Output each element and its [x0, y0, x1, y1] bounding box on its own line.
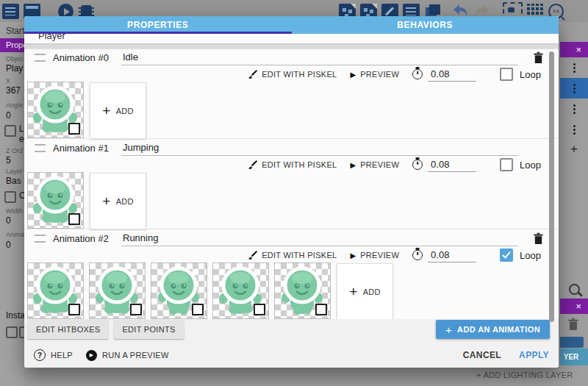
instance-icon[interactable] — [19, 326, 24, 338]
sprite-frame[interactable] — [90, 263, 145, 318]
help-button[interactable]: HELP — [51, 351, 73, 360]
animation-title: Animation #1 — [53, 143, 121, 154]
timer-icon — [412, 69, 423, 79]
add-frame-button[interactable]: + ADD — [90, 82, 146, 139]
frame-checkbox[interactable] — [130, 304, 142, 315]
cancel-button[interactable]: CANCEL — [463, 350, 501, 360]
project-manager-icon[interactable] — [2, 4, 19, 19]
search-icon[interactable] — [569, 284, 580, 295]
object-editor-dialog: PROPERTIES BEHAVIORS Player Animation #0… — [24, 16, 559, 368]
brush-icon — [247, 69, 257, 79]
instances-label: Instan — [6, 310, 24, 321]
tab-behaviors[interactable]: BEHAVIORS — [292, 16, 559, 34]
add-animation-button[interactable]: + ADD AN ANIMATION — [436, 320, 550, 339]
field-value[interactable]: 5 — [6, 155, 11, 165]
delete-animation-icon[interactable] — [533, 51, 544, 64]
add-layer-button[interactable]: YER — [560, 349, 588, 365]
field-label: X — [6, 77, 10, 85]
edit-hitboxes-button[interactable]: EDIT HITBOXES — [28, 320, 108, 339]
layer-action-button[interactable] — [560, 337, 584, 348]
frame-checkbox[interactable] — [68, 123, 80, 135]
layer-row[interactable] — [560, 57, 588, 78]
animation-name-input[interactable]: Jumping — [121, 140, 518, 156]
add-frame-button[interactable]: + ADD — [90, 173, 146, 229]
field-value[interactable]: Play — [6, 63, 23, 74]
frame-duration-input[interactable]: 0.08 — [428, 68, 476, 82]
drag-handle-icon[interactable] — [35, 144, 46, 152]
loop-checkbox[interactable] — [500, 158, 513, 171]
field-label: Anima — [6, 231, 24, 238]
sprite-frame[interactable] — [213, 263, 268, 318]
frame-duration-input[interactable]: 0.08 — [428, 249, 476, 262]
loop-label: Loop — [520, 160, 541, 171]
frame-duration-input[interactable]: 0.08 — [428, 158, 476, 172]
timer-icon — [412, 250, 423, 260]
frame-checkbox[interactable] — [68, 213, 80, 225]
frame-checkbox[interactable] — [254, 304, 265, 315]
object-name-row: Player — [24, 34, 559, 43]
drag-dots-icon — [573, 84, 576, 86]
close-icon[interactable]: × — [576, 44, 581, 55]
timer-icon — [412, 160, 423, 170]
edit-points-button[interactable]: EDIT POINTS — [114, 320, 183, 339]
field-value[interactable]: 0 — [6, 215, 11, 226]
field-value[interactable]: 0 — [6, 110, 11, 121]
animation-name-input[interactable]: Idle — [121, 50, 518, 65]
sprite-frame[interactable] — [28, 263, 83, 318]
preview-play-icon: ▶ — [351, 161, 356, 169]
layer-row[interactable] — [560, 119, 588, 140]
loop-checkbox[interactable] — [500, 68, 513, 81]
field-value[interactable]: 367 — [6, 85, 21, 96]
lock-checkbox[interactable] — [4, 125, 16, 137]
apply-button[interactable]: APPLY — [519, 350, 549, 360]
close-icon[interactable]: × — [576, 301, 581, 312]
object-name-field[interactable]: Player — [38, 34, 65, 41]
frame-checkbox[interactable] — [192, 304, 204, 315]
edit-with-piskel-button[interactable]: EDIT WITH PISKEL — [262, 160, 337, 169]
edit-with-piskel-button[interactable]: EDIT WITH PISKEL — [262, 251, 337, 260]
loop-label: Loop — [520, 250, 541, 261]
add-layer-icon[interactable]: + — [560, 142, 588, 157]
loop-checkbox[interactable] — [500, 249, 513, 262]
edit-with-piskel-button[interactable]: EDIT WITH PISKEL — [262, 70, 337, 79]
layer-row[interactable] — [560, 99, 588, 119]
animation-name-input[interactable]: Running — [121, 231, 518, 246]
animation-toolbar: EDIT WITH PISKEL ▶ PREVIEW 0.08 Loop — [24, 66, 559, 82]
preview-play-icon: ▶ — [351, 71, 356, 79]
add-frame-button[interactable]: + ADD — [337, 263, 393, 320]
run-preview-icon[interactable]: ▶ — [86, 350, 97, 361]
field-value[interactable]: 0 — [6, 240, 11, 250]
scene-properties-panel: Start S Prope Objec Play X 367 Angle 0 L… — [0, 22, 24, 386]
frame-checkbox[interactable] — [315, 304, 327, 315]
sprite-frame[interactable] — [28, 173, 83, 228]
animation-section-0: Animation #0 Idle EDIT WITH PISKEL ▶ PRE… — [24, 48, 559, 139]
brush-icon — [247, 250, 257, 260]
delete-animation-icon[interactable] — [533, 232, 544, 245]
help-icon[interactable]: ? — [34, 349, 46, 361]
frame-checkbox[interactable] — [68, 304, 80, 315]
dialog-scrollbar[interactable] — [549, 51, 554, 322]
sprite-frame[interactable] — [275, 263, 330, 318]
sprite-frame[interactable] — [28, 82, 83, 137]
custom-size-checkbox[interactable] — [4, 191, 16, 203]
add-animation-label: ADD AN ANIMATION — [457, 325, 540, 334]
preview-button[interactable]: PREVIEW — [360, 70, 399, 79]
sprite-frame[interactable] — [151, 263, 207, 318]
field-value[interactable]: Bas — [6, 176, 21, 186]
preview-button[interactable]: PREVIEW — [360, 160, 399, 169]
dialog-footer: ? HELP ▶ RUN A PREVIEW CANCEL APPLY — [24, 343, 559, 368]
add-lighting-layer-button[interactable]: + ADD LIGHTING LAYER — [476, 371, 573, 379]
field-label: Angle — [6, 101, 23, 109]
frames-row: + ADD — [24, 173, 559, 229]
plus-icon: + — [102, 193, 110, 210]
run-preview-button[interactable]: RUN A PREVIEW — [102, 351, 169, 360]
preview-button[interactable]: PREVIEW — [360, 251, 399, 260]
layers-panel-header: × — [560, 42, 588, 57]
trash-icon[interactable] — [567, 318, 579, 334]
field-label: Objec — [6, 55, 24, 62]
layer-row-selected[interactable] — [560, 78, 588, 99]
drag-handle-icon[interactable] — [35, 54, 46, 62]
drag-handle-icon[interactable] — [35, 235, 46, 243]
instance-icon[interactable] — [6, 326, 18, 338]
scene-tab-label[interactable]: Start S — [6, 26, 24, 36]
